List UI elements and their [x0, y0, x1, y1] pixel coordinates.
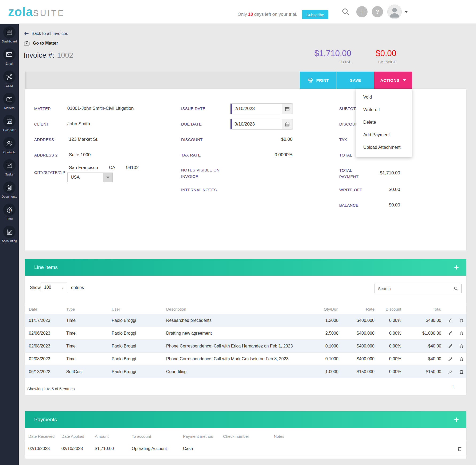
invoice-total-value: $1,710.00	[314, 49, 351, 58]
table-row: 01/17/2023 Time Paolo Broggi Researched …	[25, 314, 466, 327]
col-date[interactable]: Date	[29, 307, 66, 311]
sidebar-label: CRM	[6, 84, 13, 87]
sidebar-item-calendar[interactable]: 10 Calendar	[0, 115, 19, 137]
sidebar-item-contacts[interactable]: Contacts	[0, 137, 19, 159]
cell-total: $150.00	[401, 369, 441, 374]
cell-total: $1,000.00	[401, 331, 441, 336]
menu-item-write-off[interactable]: Write-off	[356, 103, 412, 116]
quick-add-button[interactable]: +	[356, 6, 368, 17]
back-to-invoices-link[interactable]: Back to all Invoices	[24, 31, 68, 36]
sidebar-label: Accounting	[2, 239, 17, 243]
search-input[interactable]	[375, 286, 454, 291]
pagination-page-1[interactable]: 1	[452, 384, 454, 389]
actions-dropdown-menu: Void Write-off Delete Add Payment Upload…	[356, 89, 412, 157]
user-avatar[interactable]	[387, 5, 402, 19]
edit-pencil-icon[interactable]	[448, 343, 453, 349]
notes-visible-label: NOTES VISIBLE ON INVOICE	[181, 167, 221, 180]
invoice-balance-value: $0.00	[376, 49, 396, 58]
address2-label: ADDRESS 2	[34, 153, 58, 157]
edit-pencil-icon[interactable]	[448, 369, 453, 374]
col-type[interactable]: Type	[66, 307, 112, 311]
crm-network-icon	[3, 71, 15, 83]
line-items-controls: Show 100 ⌄ entries	[25, 282, 466, 296]
zola-suite-invoice-page: zola SUITE Only10days left on your trial…	[0, 0, 476, 465]
search-icon[interactable]	[341, 7, 350, 16]
delete-trash-icon[interactable]	[459, 343, 464, 349]
delete-trash-icon[interactable]	[457, 446, 463, 452]
tax-rate-value[interactable]: 0.0000%	[230, 152, 292, 158]
show-label: Show	[30, 285, 41, 290]
col-description[interactable]: Description	[166, 307, 306, 311]
sidebar-item-dashboard[interactable]: Dashboard	[0, 26, 19, 48]
subscribe-button[interactable]: Subscribe	[302, 10, 328, 19]
back-link-label: Back to all Invoices	[32, 31, 68, 36]
go-to-matter-link[interactable]: Go to Matter	[24, 40, 58, 46]
cell-discount: 0.00%	[374, 331, 401, 336]
col-date-received: Date Received	[28, 434, 61, 439]
col-user[interactable]: User	[112, 307, 166, 311]
search-icon[interactable]	[454, 286, 459, 291]
invoice-title-label: Invoice #:	[24, 51, 54, 59]
cell-total: $40.00	[401, 357, 441, 361]
sidebar-item-matters[interactable]: Matters	[0, 93, 19, 115]
edit-pencil-icon[interactable]	[448, 356, 453, 362]
add-payment-button[interactable]: +	[454, 416, 459, 424]
save-label: SAVE	[350, 78, 361, 83]
payments-table-header: Date Received Date Applied Amount To acc…	[25, 432, 466, 441]
delete-trash-icon[interactable]	[459, 330, 464, 336]
cell-qty: 0.1000	[306, 344, 338, 349]
main-sidebar: Dashboard Email CRM Matters 10 Calendar	[0, 24, 19, 465]
country-select[interactable]: USA	[67, 173, 113, 182]
delete-trash-icon[interactable]	[459, 369, 464, 374]
due-date-calendar-icon[interactable]	[282, 119, 292, 129]
page-size-select[interactable]: 100 ⌄	[41, 283, 67, 292]
sidebar-item-time[interactable]: $ Time	[0, 204, 19, 226]
issue-date-input[interactable]	[232, 104, 282, 114]
cell-date: 02/08/2023	[29, 357, 66, 361]
top-header: zola SUITE Only10days left on your trial…	[0, 0, 476, 24]
table-row: 02/06/2023 Time Paolo Broggi Drafting ne…	[25, 327, 466, 340]
menu-item-upload-attachment[interactable]: Upload Attachment	[356, 141, 412, 154]
menu-item-delete[interactable]: Delete	[356, 116, 412, 128]
col-payment-method: Payment method	[183, 434, 223, 439]
discount-field-value[interactable]: $0.00	[230, 137, 292, 142]
sidebar-item-tasks[interactable]: Tasks	[0, 159, 19, 181]
email-icon	[3, 48, 15, 61]
delete-trash-icon[interactable]	[459, 356, 464, 362]
line-items-search	[374, 284, 462, 293]
sidebar-item-accounting[interactable]: Accounting	[0, 226, 19, 248]
sidebar-item-crm[interactable]: CRM	[0, 71, 19, 93]
profile-menu-caret-icon[interactable]	[404, 11, 408, 13]
col-total[interactable]: Total	[401, 307, 441, 311]
summary-tax-label: TAX	[339, 137, 347, 142]
actions-button[interactable]: ACTIONS	[374, 72, 412, 89]
add-line-item-button[interactable]: +	[454, 263, 459, 271]
state-value: CA	[109, 165, 115, 170]
menu-item-add-payment[interactable]: Add Payment	[356, 128, 412, 141]
sidebar-item-documents[interactable]: Documents	[0, 181, 19, 204]
menu-item-void[interactable]: Void	[356, 91, 412, 103]
payments-section: Payments + Date Received Date Applied Am…	[25, 411, 466, 459]
logo-primary: zola	[8, 4, 33, 19]
cell-type: SoftCost	[66, 369, 112, 374]
col-qty[interactable]: Qty/Dur.	[306, 307, 338, 311]
help-button[interactable]: ?	[372, 6, 383, 17]
invoice-balance-summary: $0.00 BALANCE	[376, 49, 396, 64]
printer-icon	[307, 77, 313, 83]
issue-date-calendar-icon[interactable]	[282, 104, 292, 114]
col-discount[interactable]: Discount	[374, 307, 401, 311]
edit-pencil-icon[interactable]	[448, 318, 453, 323]
delete-trash-icon[interactable]	[459, 318, 464, 323]
line-items-section: Line Items + Show 100 ⌄ entries Date Typ…	[25, 259, 466, 395]
due-date-input[interactable]	[232, 119, 282, 129]
sidebar-item-email[interactable]: Email	[0, 48, 19, 71]
col-rate[interactable]: Rate	[338, 307, 374, 311]
cell-date: 02/06/2023	[29, 331, 66, 336]
save-button[interactable]: SAVE	[337, 72, 374, 89]
person-icon	[388, 5, 401, 19]
print-button[interactable]: PRINT	[300, 72, 337, 89]
edit-pencil-icon[interactable]	[448, 330, 453, 336]
address-label: ADDRESS	[34, 137, 54, 142]
cell-description: Court filing	[166, 369, 306, 374]
contacts-icon	[3, 137, 15, 149]
